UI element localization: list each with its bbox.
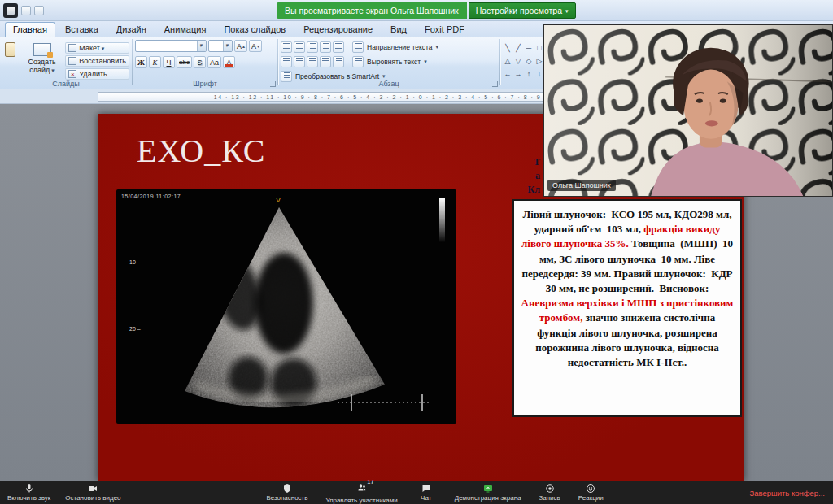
camera-icon bbox=[88, 484, 98, 493]
font-size-select[interactable] bbox=[208, 40, 233, 52]
shape-icon[interactable]: ╲ bbox=[503, 41, 512, 54]
shape-icon[interactable]: △ bbox=[503, 54, 512, 67]
report-textbox[interactable]: Лівий шлуночок: КСО 195 мл, КДО298 мл, у… bbox=[512, 199, 742, 417]
smiley-icon bbox=[586, 484, 595, 493]
decrease-indent-button[interactable] bbox=[307, 41, 318, 53]
align-right-button[interactable] bbox=[307, 56, 318, 67]
security-label: Безопасность bbox=[266, 494, 307, 502]
reactions-button[interactable]: Реакции bbox=[571, 480, 611, 504]
line-spacing-button[interactable] bbox=[333, 41, 344, 53]
reset-button[interactable]: Восстановить bbox=[65, 55, 129, 67]
columns-icon bbox=[336, 58, 342, 65]
shape-icon[interactable]: → bbox=[513, 67, 523, 80]
layout-button[interactable]: Макет bbox=[65, 42, 129, 54]
font-group: А А Ж К Ч abc S Аа А Шрифт bbox=[133, 37, 277, 89]
powerpoint-app-icon[interactable] bbox=[3, 3, 18, 18]
text-direction-icon bbox=[352, 41, 364, 53]
webcam-frame bbox=[544, 25, 832, 196]
toolbar-center-group: Безопасность 17 Управлять участниками Ча… bbox=[129, 480, 742, 504]
chat-icon bbox=[421, 484, 431, 493]
depth-marker-20: 20 bbox=[129, 326, 141, 332]
tab-view[interactable]: Вид bbox=[382, 22, 415, 37]
end-meeting-button[interactable]: Завершить конфер... bbox=[742, 489, 833, 497]
record-label: Запись bbox=[539, 494, 560, 502]
depth-marker-10: 10 bbox=[129, 259, 141, 265]
undo-icon[interactable] bbox=[34, 6, 44, 15]
chat-button[interactable]: Чат bbox=[408, 480, 444, 504]
quick-access-toolbar bbox=[0, 3, 44, 18]
tab-design[interactable]: Дизайн bbox=[108, 22, 155, 37]
align-center-button[interactable] bbox=[294, 56, 305, 67]
window-titlebar: Вы просматриваете экран Ольга Шапошник Н… bbox=[0, 0, 833, 21]
record-icon bbox=[545, 484, 555, 493]
screen-share-banner: Вы просматриваете экран Ольга Шапошник Н… bbox=[277, 2, 576, 19]
shape-icon[interactable]: ↑ bbox=[524, 67, 534, 80]
line-spacing-icon bbox=[335, 43, 342, 50]
shape-icon[interactable]: ─ bbox=[524, 41, 534, 54]
tab-home[interactable]: Главная bbox=[5, 22, 55, 37]
italic-button[interactable]: К bbox=[149, 56, 161, 68]
font-name-select[interactable] bbox=[135, 40, 207, 52]
echocardiogram-image[interactable]: V 15/04/2019 11:02:17 10 20 bbox=[116, 189, 456, 424]
new-slide-button[interactable]: Создать слайд bbox=[19, 39, 66, 78]
delete-button[interactable]: × Удалить bbox=[65, 68, 129, 80]
record-button[interactable]: Запись bbox=[532, 480, 568, 504]
align-right-icon bbox=[309, 58, 316, 65]
underline-button[interactable]: Ч bbox=[163, 56, 175, 68]
shape-icon[interactable]: ╱ bbox=[513, 41, 523, 54]
covered-text-fragment: а bbox=[503, 170, 540, 182]
ultrasound-fan: V bbox=[116, 189, 456, 424]
zoom-toolbar: Включить звук Остановить видео Безопасно… bbox=[0, 481, 833, 504]
strikethrough-button[interactable]: abc bbox=[177, 56, 192, 68]
slide-title[interactable]: ЕХО_КС bbox=[137, 132, 266, 170]
shape-icon[interactable]: ◇ bbox=[524, 54, 534, 67]
layout-label: Макет bbox=[79, 44, 104, 52]
unmute-label: Включить звук bbox=[7, 494, 50, 502]
shape-icon[interactable]: ← bbox=[503, 67, 512, 80]
align-text-icon bbox=[352, 56, 364, 67]
shrink-font-button[interactable]: А bbox=[249, 40, 262, 52]
bullets-button[interactable] bbox=[281, 41, 292, 53]
align-text-button[interactable]: Выровнять текст bbox=[352, 56, 427, 67]
numbering-button[interactable] bbox=[294, 41, 305, 53]
security-button[interactable]: Безопасность bbox=[259, 480, 315, 504]
tab-animation[interactable]: Анимация bbox=[156, 22, 215, 37]
dialog-launcher-icon[interactable] bbox=[270, 81, 276, 87]
align-text-label: Выровнять текст bbox=[367, 58, 421, 66]
grow-font-button[interactable]: А bbox=[234, 40, 247, 52]
text-direction-button[interactable]: Направление текста bbox=[352, 41, 438, 53]
align-left-icon bbox=[283, 58, 290, 65]
clipboard-icon bbox=[5, 42, 15, 57]
increase-indent-button[interactable] bbox=[320, 41, 331, 53]
shape-icon[interactable]: ▽ bbox=[513, 54, 523, 67]
font-color-button[interactable]: А bbox=[223, 56, 235, 68]
manage-participants-button[interactable]: 17 Управлять участниками bbox=[318, 480, 404, 504]
text-shadow-button[interactable]: S bbox=[194, 56, 206, 68]
view-options-button[interactable]: Настройки просмотра ▾ bbox=[469, 2, 576, 19]
chat-label: Чат bbox=[421, 494, 431, 502]
paste-button[interactable] bbox=[2, 39, 19, 78]
columns-button[interactable] bbox=[333, 56, 344, 67]
tab-slideshow[interactable]: Показ слайдов bbox=[216, 22, 294, 37]
justify-button[interactable] bbox=[320, 56, 331, 67]
covered-text-fragment: Т bbox=[503, 156, 540, 168]
tab-insert[interactable]: Вставка bbox=[57, 22, 107, 37]
reset-label: Восстановить bbox=[79, 57, 126, 65]
dialog-launcher-icon[interactable] bbox=[492, 81, 498, 87]
share-screen-button[interactable]: Демонстрация экрана bbox=[447, 480, 529, 504]
bold-button[interactable]: Ж bbox=[135, 56, 147, 68]
reactions-label: Реакции bbox=[578, 494, 604, 502]
slides-group-label: Слайды bbox=[0, 80, 132, 89]
align-center-icon bbox=[296, 58, 303, 65]
align-left-button[interactable] bbox=[281, 56, 292, 67]
stop-video-button[interactable]: Остановить видео bbox=[58, 483, 128, 502]
tab-review[interactable]: Рецензирование bbox=[295, 22, 381, 37]
share-screen-icon bbox=[483, 484, 493, 493]
change-case-button[interactable]: Аа bbox=[207, 56, 221, 68]
stop-video-label: Остановить видео bbox=[65, 494, 120, 502]
webcam-video[interactable]: Ольга Шапошник bbox=[543, 24, 833, 197]
unmute-button[interactable]: Включить звук bbox=[0, 483, 58, 502]
save-icon[interactable] bbox=[21, 6, 31, 15]
tab-foxit-pdf[interactable]: Foxit PDF bbox=[416, 22, 473, 37]
chevron-down-icon bbox=[223, 41, 232, 51]
